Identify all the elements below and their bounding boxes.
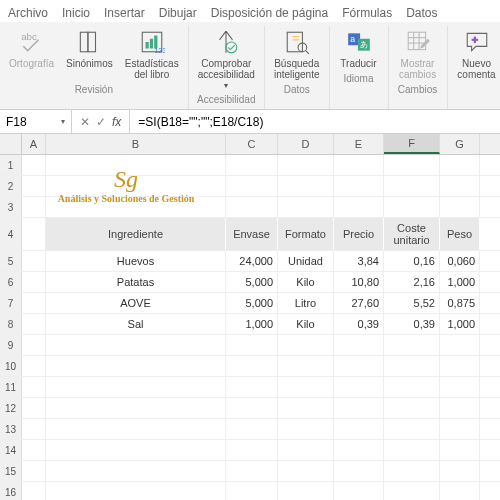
name-box[interactable]: ▾ — [0, 110, 72, 133]
spelling-button[interactable]: abc Ortografía — [6, 26, 57, 71]
svg-rect-4 — [145, 42, 148, 49]
fx-icon[interactable]: fx — [112, 115, 121, 129]
row-11: 11 — [0, 377, 500, 398]
spreadsheet-grid: A B C D E F G Sg Análisis y Soluciones d… — [0, 134, 500, 500]
table-row: 7AOVE5,000Litro27,605,520,875 — [0, 293, 500, 314]
row-header[interactable]: 14 — [0, 440, 22, 460]
menu-insertar[interactable]: Insertar — [104, 6, 145, 20]
row-16: 16 — [0, 482, 500, 500]
new-comment-button[interactable]: Nuevo comenta — [454, 26, 500, 82]
row-9: 9 — [0, 335, 500, 356]
column-headers: A B C D E F G — [0, 134, 500, 155]
row-header[interactable]: 10 — [0, 356, 22, 376]
formula-icons: ✕ ✓ fx — [72, 110, 130, 133]
row-14: 14 — [0, 440, 500, 461]
row-header[interactable]: 3 — [0, 197, 22, 217]
row-header[interactable]: 15 — [0, 461, 22, 481]
show-changes-button[interactable]: Mostrar cambios — [395, 26, 441, 82]
formula-bar[interactable] — [130, 115, 500, 129]
group-label-revision: Revisión — [75, 84, 113, 97]
svg-rect-2 — [88, 32, 96, 52]
row-header[interactable]: 9 — [0, 335, 22, 355]
ribbon-group-comments: Nuevo comenta — [448, 26, 500, 109]
chevron-down-icon: ▾ — [224, 81, 228, 90]
formula-input[interactable] — [138, 115, 492, 129]
row-4-headers: 4 Ingrediente Envase Formato Precio Cost… — [0, 218, 500, 251]
row-header[interactable]: 13 — [0, 419, 22, 439]
svg-text:abc: abc — [21, 31, 37, 42]
translate-button[interactable]: aあ Traducir — [336, 26, 382, 71]
ribbon: abc Ortografía Sinónimos 123 Estadística… — [0, 22, 500, 110]
row-header[interactable]: 16 — [0, 482, 22, 500]
col-header-g[interactable]: G — [440, 134, 480, 154]
row-header[interactable]: 6 — [0, 272, 22, 292]
check-accessibility-button[interactable]: Comprobar accesibilidad ▾ — [195, 26, 258, 92]
cancel-icon[interactable]: ✕ — [80, 115, 90, 129]
logo-tagline: Análisis y Soluciones de Gestión — [58, 193, 195, 204]
comment-plus-icon — [463, 28, 491, 56]
group-label-accesibilidad: Accesibilidad — [197, 94, 255, 107]
svg-rect-9 — [287, 32, 302, 52]
chevron-down-icon[interactable]: ▾ — [61, 117, 65, 126]
header-ingrediente[interactable]: Ingrediente — [46, 218, 226, 250]
row-header[interactable]: 8 — [0, 314, 22, 334]
logo-brand: Sg — [114, 166, 138, 193]
name-box-input[interactable] — [6, 115, 52, 129]
col-header-f[interactable]: F — [384, 134, 440, 154]
svg-text:123: 123 — [154, 46, 165, 55]
smart-lookup-button[interactable]: Búsqueda inteligente — [271, 26, 323, 82]
row-header[interactable]: 1 — [0, 155, 22, 175]
translate-icon: aあ — [345, 28, 373, 56]
abc-icon: abc — [18, 28, 46, 56]
stats-icon: 123 — [138, 28, 166, 56]
row-header[interactable]: 4 — [0, 218, 22, 250]
menu-inicio[interactable]: Inicio — [62, 6, 90, 20]
svg-line-11 — [305, 51, 308, 54]
row-15: 15 — [0, 461, 500, 482]
row-header[interactable]: 5 — [0, 251, 22, 271]
group-label-datos: Datos — [284, 84, 310, 97]
ribbon-group-idioma: aあ Traducir Idioma — [330, 26, 389, 109]
ribbon-group-cambios: Mostrar cambios Cambios — [389, 26, 448, 109]
accessibility-icon — [212, 28, 240, 56]
col-header-e[interactable]: E — [334, 134, 384, 154]
menu-dibujar[interactable]: Dibujar — [159, 6, 197, 20]
company-logo: Sg Análisis y Soluciones de Gestión — [26, 155, 226, 215]
table-row: 5Huevos24,000Unidad3,840,160,060 — [0, 251, 500, 272]
menu-datos[interactable]: Datos — [406, 6, 437, 20]
col-header-a[interactable]: A — [22, 134, 46, 154]
header-formato[interactable]: Formato — [278, 218, 334, 250]
col-header-c[interactable]: C — [226, 134, 278, 154]
svg-point-8 — [226, 42, 237, 53]
menu-disposicion[interactable]: Disposición de página — [211, 6, 328, 20]
svg-rect-1 — [81, 32, 89, 52]
workbook-stats-button[interactable]: 123 Estadísticas del libro — [122, 26, 182, 82]
row-header[interactable]: 2 — [0, 176, 22, 196]
ribbon-group-datos: Búsqueda inteligente Datos — [265, 26, 330, 109]
col-header-d[interactable]: D — [278, 134, 334, 154]
lightbulb-search-icon — [283, 28, 311, 56]
header-coste[interactable]: Coste unitario — [384, 218, 440, 250]
row-13: 13 — [0, 419, 500, 440]
row-header[interactable]: 7 — [0, 293, 22, 313]
group-label-cambios: Cambios — [398, 84, 437, 97]
row-10: 10 — [0, 356, 500, 377]
group-label-idioma: Idioma — [344, 73, 374, 86]
confirm-icon[interactable]: ✓ — [96, 115, 106, 129]
menu-archivo[interactable]: Archivo — [8, 6, 48, 20]
select-all-corner[interactable] — [0, 134, 22, 154]
menu-bar: Archivo Inicio Insertar Dibujar Disposic… — [0, 0, 500, 22]
col-header-b[interactable]: B — [46, 134, 226, 154]
thesaurus-button[interactable]: Sinónimos — [63, 26, 116, 71]
row-12: 12 — [0, 398, 500, 419]
row-header[interactable]: 12 — [0, 398, 22, 418]
svg-text:あ: あ — [360, 40, 368, 49]
row-header[interactable]: 11 — [0, 377, 22, 397]
svg-rect-5 — [150, 39, 153, 49]
ribbon-group-revision: abc Ortografía Sinónimos 123 Estadística… — [0, 26, 189, 109]
menu-formulas[interactable]: Fórmulas — [342, 6, 392, 20]
table-row: 6Patatas5,000Kilo10,802,161,000 — [0, 272, 500, 293]
header-envase[interactable]: Envase — [226, 218, 278, 250]
header-peso[interactable]: Peso — [440, 218, 480, 250]
header-precio[interactable]: Precio — [334, 218, 384, 250]
